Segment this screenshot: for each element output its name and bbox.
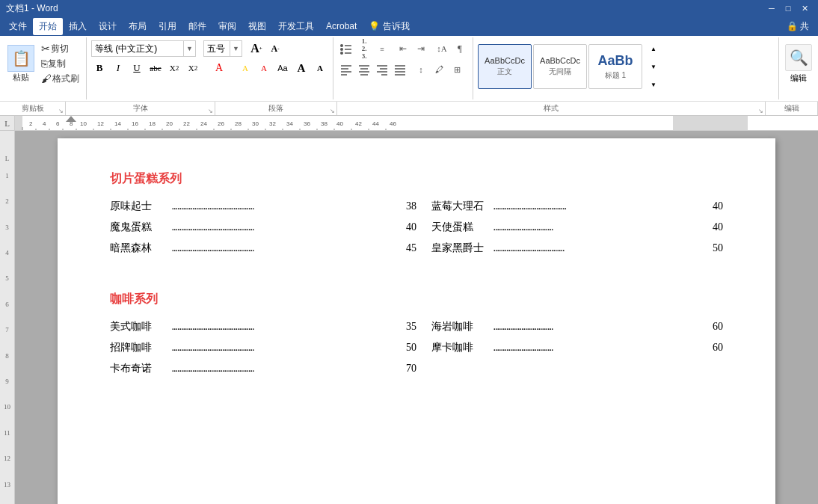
format-paint-icon: 🖌 <box>41 73 52 85</box>
font-shrink-icon: A <box>271 43 277 55</box>
svg-text:16: 16 <box>132 120 138 127</box>
styles-scroll-up[interactable]: ▲ <box>645 40 662 57</box>
cake-item-6-price: 50 <box>701 238 723 259</box>
font-size-selector[interactable]: 五号 ▼ <box>203 40 242 57</box>
clipboard-label: 剪贴板 ↘ <box>0 102 66 115</box>
coffee-item-3-dots: ........................................… <box>170 358 394 379</box>
para-expand-icon[interactable]: ↘ <box>330 108 335 114</box>
align-center-button[interactable] <box>356 61 372 78</box>
border-button[interactable]: ⊞ <box>449 61 465 78</box>
style-normal[interactable]: AaBbCcDc 正文 <box>478 44 532 89</box>
cake-item-5-dots: ................................ <box>491 217 701 238</box>
bullet-list-button[interactable] <box>338 40 354 57</box>
coffee-item-2-price: 50 <box>394 337 416 358</box>
menu-design[interactable]: 设计 <box>93 18 123 35</box>
svg-text:4: 4 <box>43 120 46 127</box>
styles-scroll-down[interactable]: ▼ <box>645 58 662 75</box>
menu-layout[interactable]: 布局 <box>123 18 153 35</box>
close-button[interactable]: ✕ <box>797 2 812 14</box>
font-grow-button[interactable]: A+ <box>248 40 265 57</box>
subscript-button[interactable]: X2 <box>166 60 182 76</box>
shading-button[interactable]: 🖍 <box>431 61 447 78</box>
ruler-content: 2 4 6 8 10 12 14 16 18 20 22 24 26 <box>15 116 818 130</box>
cake-item-3-dots: ........................................… <box>170 238 394 259</box>
maximize-button[interactable]: □ <box>781 2 796 14</box>
change-case-button[interactable]: Aa <box>274 60 291 76</box>
line-spacing-button[interactable]: ↕ <box>413 61 429 78</box>
coffee-item-1-price: 35 <box>394 316 416 337</box>
document-page: 切片蛋糕系列 原味起士 ............................… <box>58 138 775 504</box>
cake-item-5-price: 40 <box>701 217 723 238</box>
menu-tell-me[interactable]: 💡 告诉我 <box>363 18 415 35</box>
underline-button[interactable]: U <box>129 60 145 76</box>
menu-insert[interactable]: 插入 <box>63 18 93 35</box>
style-heading1[interactable]: AaBb 标题 1 <box>588 44 642 89</box>
search-button[interactable]: 🔍 编辑 <box>785 44 812 84</box>
styles-more[interactable]: ▼ <box>645 76 662 93</box>
paste-button[interactable]: 📋 粘贴 <box>4 40 37 87</box>
style-no-space[interactable]: AaBbCcDc 无间隔 <box>533 44 587 89</box>
menu-references[interactable]: 引用 <box>153 18 182 35</box>
ruler-num-3: 3 <box>0 222 14 248</box>
section1-title: 切片蛋糕系列 <box>110 168 723 190</box>
text-highlight-button[interactable]: A <box>237 60 253 76</box>
font-size-decrease-button[interactable]: A <box>312 60 328 76</box>
ribbon: 📋 粘贴 ✂ 剪切 ⎘ 复制 🖌 格式刷 <box>0 36 818 116</box>
menu-acrobat[interactable]: Acrobat <box>320 19 363 34</box>
menu-mail[interactable]: 邮件 <box>182 18 212 35</box>
align-right-button[interactable] <box>374 61 390 78</box>
clipboard-expand-icon[interactable]: ↘ <box>58 108 64 114</box>
minimize-button[interactable]: ─ <box>764 2 779 14</box>
cake-item-1-dots: ........................................… <box>170 196 394 217</box>
menu-developer[interactable]: 开发工具 <box>272 18 320 35</box>
bold-button[interactable]: B <box>91 60 108 76</box>
font-expand-icon[interactable]: ↘ <box>208 108 213 114</box>
format-paint-button[interactable]: 🖌 格式刷 <box>39 72 82 86</box>
ruler-num-9: 9 <box>0 376 14 402</box>
coffee-item-4-name: 海岩咖啡 <box>431 316 491 337</box>
font-size-increase-button[interactable]: A <box>293 60 310 76</box>
menu-file[interactable]: 文件 <box>3 18 33 35</box>
show-marks-button[interactable]: ¶ <box>452 40 468 57</box>
styles-label: 样式 ↘ <box>337 102 766 115</box>
document-area[interactable]: 切片蛋糕系列 原味起士 ............................… <box>15 131 818 504</box>
superscript-button[interactable]: X2 <box>185 60 201 76</box>
coffee-item-1-dots: ........................................… <box>170 316 394 337</box>
coffee-row-3: 卡布奇诺 ...................................… <box>110 358 723 379</box>
coffee-item-2-col: 招牌咖啡 ...................................… <box>110 337 416 358</box>
svg-text:34: 34 <box>286 120 293 127</box>
svg-text:32: 32 <box>269 120 276 127</box>
italic-button[interactable]: I <box>110 60 126 76</box>
increase-indent-button[interactable]: ⇥ <box>413 40 429 57</box>
svg-text:22: 22 <box>183 120 190 127</box>
font-color-button[interactable]: A <box>256 60 272 76</box>
menu-view[interactable]: 视图 <box>242 18 272 35</box>
decrease-indent-button[interactable]: ⇤ <box>395 40 411 57</box>
justify-button[interactable] <box>392 61 408 78</box>
cut-icon: ✂ <box>41 43 50 55</box>
align-left-button[interactable] <box>338 61 354 78</box>
ruler-corner-icon[interactable]: L <box>0 116 14 130</box>
strikethrough-button[interactable]: abc <box>147 60 164 76</box>
menu-home[interactable]: 开始 <box>33 18 63 35</box>
svg-point-2 <box>340 48 343 51</box>
coffee-item-4-price: 60 <box>701 316 723 337</box>
menu-review[interactable]: 审阅 <box>212 18 242 35</box>
font-name-selector[interactable]: 等线 (中文正文) ▼ <box>91 40 196 57</box>
menu-share[interactable]: 🔒 共 <box>781 18 815 35</box>
font-shrink-button[interactable]: A- <box>267 40 283 57</box>
cake-row-2: 魔鬼蛋糕 ...................................… <box>110 217 723 238</box>
cut-button[interactable]: ✂ 剪切 <box>39 42 82 56</box>
ruler-num-8: 8 <box>0 351 14 376</box>
numbered-list-button[interactable]: 1.2.3. <box>356 40 372 57</box>
clear-format-button[interactable]: A <box>211 60 227 76</box>
styles-expand-icon[interactable]: ↘ <box>758 108 763 114</box>
ruler-num-6: 6 <box>0 299 14 325</box>
multilevel-list-button[interactable]: ≡ <box>374 40 390 57</box>
svg-point-0 <box>340 44 343 47</box>
copy-button[interactable]: ⎘ 复制 <box>39 57 82 71</box>
sort-button[interactable]: ↕A <box>434 40 450 57</box>
svg-text:46: 46 <box>390 120 396 127</box>
coffee-row-1: 美式咖啡 ...................................… <box>110 316 723 337</box>
ruler-num-11: 11 <box>0 428 14 453</box>
